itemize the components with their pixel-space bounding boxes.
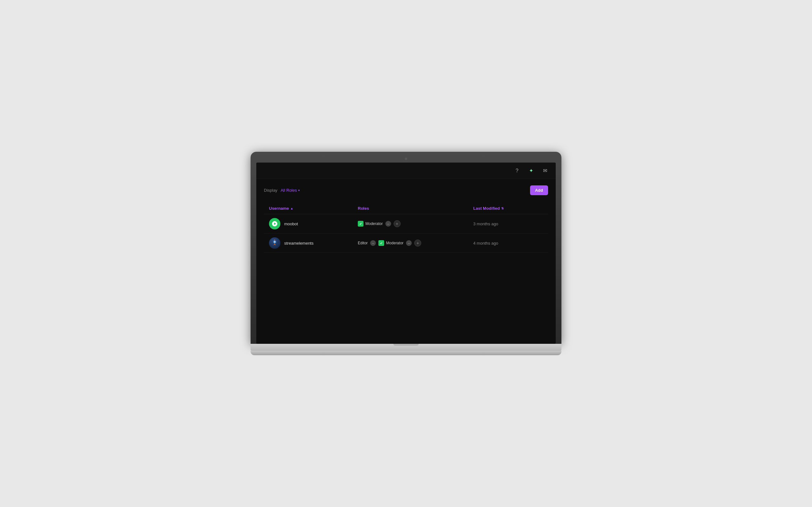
roles-cell-moobot: ✔ Moderator – +: [358, 220, 473, 227]
table-row: moobot ✔ Moderator – + 3 months ago: [264, 214, 548, 233]
camera-dot: [405, 158, 407, 160]
mail-icon[interactable]: ✉: [541, 166, 549, 175]
moderator-role-icon: ✔: [358, 221, 363, 227]
table-row: streamelements Editor – ✔ Moderator –: [264, 233, 548, 253]
laptop-bottom: [251, 351, 561, 355]
moderator-role-label: Moderator: [365, 222, 383, 226]
toolbar: Display All Roles ▾ Add: [264, 185, 548, 195]
trackpad-notch: [393, 344, 419, 346]
moobot-avatar-icon: [271, 221, 278, 227]
add-button[interactable]: Add: [530, 185, 548, 195]
user-cell-streamelements: streamelements: [269, 237, 358, 249]
screen: ? ✦ ✉ Display All Roles ▾ Add: [256, 163, 556, 344]
username-streamelements: streamelements: [284, 241, 313, 245]
username-moobot: moobot: [284, 222, 298, 226]
editor-role-label: Editor: [358, 241, 368, 245]
last-modified-streamelements: 4 months ago: [473, 241, 543, 245]
roles-column-header: Roles: [358, 206, 473, 211]
users-table: Username ▲ Roles Last Modified ⇅: [264, 203, 548, 253]
remove-moderator-button-moobot[interactable]: –: [386, 221, 391, 227]
roles-cell-streamelements: Editor – ✔ Moderator – +: [358, 239, 473, 246]
add-role-button-streamelements[interactable]: +: [414, 239, 421, 246]
roles-dropdown-label: All Roles: [281, 188, 297, 193]
chevron-down-icon: ▾: [298, 188, 300, 192]
topbar: ? ✦ ✉: [256, 163, 556, 179]
avatar-moobot: [269, 218, 281, 229]
role-tag-editor: Editor: [358, 241, 368, 245]
last-modified-column-header: Last Modified ⇅: [473, 206, 543, 211]
toolbar-left: Display All Roles ▾: [264, 188, 300, 193]
user-cell-moobot: moobot: [269, 218, 358, 229]
laptop-base: [251, 344, 561, 351]
remove-moderator-button-streamelements[interactable]: –: [406, 240, 412, 246]
laptop-screen: ? ✦ ✉ Display All Roles ▾ Add: [251, 152, 561, 344]
role-tag-moderator: ✔ Moderator: [358, 221, 383, 227]
streamelements-avatar-icon: [271, 239, 278, 246]
last-modified-moobot: 3 months ago: [473, 222, 543, 226]
role-tag-moderator-se: ✔ Moderator: [378, 240, 403, 246]
username-column-header: Username ▲: [269, 206, 358, 211]
help-icon[interactable]: ?: [513, 166, 521, 175]
moderator-role-icon-se: ✔: [378, 240, 384, 246]
remove-editor-button-streamelements[interactable]: –: [370, 240, 376, 246]
table-header: Username ▲ Roles Last Modified ⇅: [264, 203, 548, 214]
camera-notch: [256, 158, 556, 163]
avatar-streamelements: [269, 237, 281, 249]
main-content: Display All Roles ▾ Add Username: [256, 179, 556, 344]
sort-asc-icon[interactable]: ▲: [290, 207, 293, 210]
laptop-wrapper: ? ✦ ✉ Display All Roles ▾ Add: [251, 152, 561, 355]
sort-toggle-icon[interactable]: ⇅: [501, 207, 504, 210]
moderator-role-label-se: Moderator: [386, 241, 403, 245]
add-role-button-moobot[interactable]: +: [394, 220, 401, 227]
ai-icon[interactable]: ✦: [526, 166, 536, 175]
display-label: Display: [264, 188, 277, 193]
roles-dropdown[interactable]: All Roles ▾: [281, 188, 300, 193]
svg-point-1: [274, 241, 275, 243]
